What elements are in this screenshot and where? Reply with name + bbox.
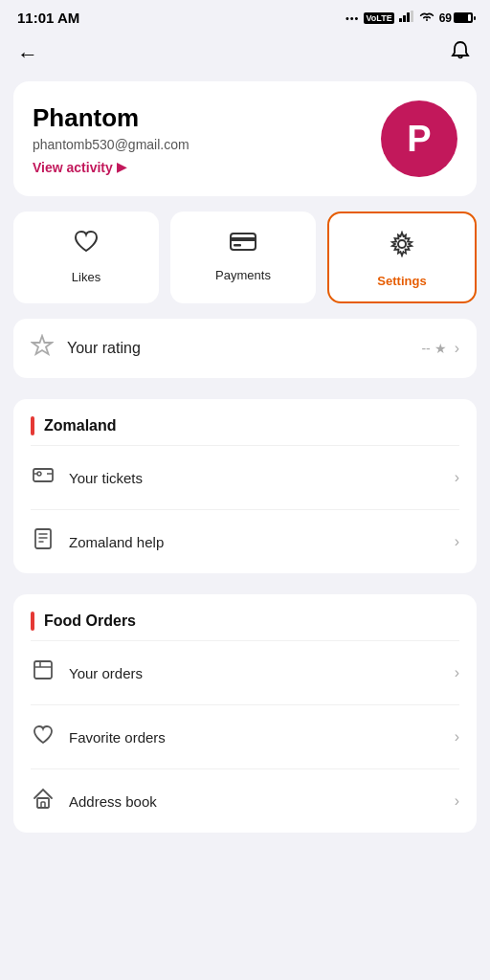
section-title-food-orders: Food Orders [44,612,136,630]
signal-dots-icon: ••• [345,12,360,24]
svg-rect-10 [35,529,51,548]
menu-label-favorite-orders: Favorite orders [69,729,166,746]
avatar: P [381,100,457,177]
wifi-icon [419,11,434,25]
menu-item-your-orders[interactable]: Your orders› [13,641,477,704]
section-header-food-orders: Food Orders [13,594,477,640]
svg-rect-13 [41,802,45,808]
menu-icon-zomaland-help [31,527,56,556]
menu-item-your-tickets[interactable]: Your tickets› [13,446,477,509]
svg-rect-12 [37,798,49,808]
rating-left: Your rating [31,334,141,363]
menu-item-zomaland-help[interactable]: Zomaland help› [13,510,477,573]
svg-rect-1 [403,15,406,22]
settings-label: Settings [377,274,426,288]
payments-label: Payments [215,268,271,282]
svg-rect-3 [411,11,413,22]
likes-label: Likes [72,270,100,284]
menu-icon-your-orders [31,658,56,687]
star-icon [31,334,54,363]
menu-chevron-address-book: › [455,792,459,810]
card-icon [229,229,257,258]
menu-icon-address-book [31,787,56,815]
menu-item-favorite-orders[interactable]: Favorite orders› [13,705,477,768]
back-button[interactable]: ← [17,44,38,65]
menu-label-zomaland-help: Zomaland help [69,534,164,550]
menu-label-address-book: Address book [69,793,157,810]
heart-icon [73,229,100,260]
svg-rect-2 [407,12,410,22]
signal-bars-icon [399,11,414,25]
rating-right: -- ★ › [421,340,459,357]
menu-label-your-orders: Your orders [69,665,143,681]
status-bar: 11:01 AM ••• VoLTE 69 [0,0,490,32]
section-card-zomaland: ZomalandYour tickets›Zomaland help› [13,399,477,573]
section-accent-bar [31,612,34,631]
svg-point-9 [37,472,41,476]
section-accent-bar [31,416,34,435]
rating-row[interactable]: Your rating -- ★ › [13,319,477,378]
quick-action-payments[interactable]: Payments [170,212,316,303]
gear-icon [389,231,415,264]
quick-action-likes[interactable]: Likes [13,212,159,303]
profile-name: Phantom [33,103,189,133]
menu-item-address-book[interactable]: Address book› [13,769,477,833]
menu-chevron-your-orders: › [455,664,459,681]
section-title-zomaland: Zomaland [44,417,117,434]
menu-item-left-address-book: Address book [31,787,157,815]
svg-rect-4 [231,234,256,250]
menu-item-left-zomaland-help: Zomaland help [31,527,164,556]
svg-point-7 [398,240,406,248]
svg-rect-6 [234,244,241,247]
rating-label: Your rating [67,340,141,357]
view-activity-link[interactable]: View activity ▶ [33,160,189,175]
svg-rect-0 [399,18,402,22]
profile-info: Phantom phantomb530@gmail.com View activ… [33,103,189,175]
rating-chevron-icon: › [455,340,459,357]
svg-rect-11 [34,661,52,679]
battery-icon: 69 [439,11,473,25]
menu-label-your-tickets: Your tickets [69,470,143,486]
status-icons: ••• VoLTE 69 [345,11,473,25]
bell-icon[interactable] [448,39,473,70]
quick-actions: Likes Payments Settings [13,212,477,303]
menu-chevron-your-tickets: › [455,469,459,486]
sections-container: ZomalandYour tickets›Zomaland help›Food … [0,399,490,833]
view-activity-arrow-icon: ▶ [117,160,126,174]
nav-bar: ← [0,32,490,81]
section-header-zomaland: Zomaland [13,399,477,445]
menu-chevron-zomaland-help: › [455,533,459,550]
menu-icon-your-tickets [31,463,56,492]
rating-value: -- ★ [421,341,446,356]
menu-icon-favorite-orders [31,723,56,751]
profile-email: phantomb530@gmail.com [33,137,189,152]
menu-item-left-your-tickets: Your tickets [31,463,143,492]
status-time: 11:01 AM [17,10,79,26]
menu-chevron-favorite-orders: › [455,728,459,746]
section-card-food-orders: Food OrdersYour orders›Favorite orders›A… [13,594,477,833]
profile-card: Phantom phantomb530@gmail.com View activ… [13,81,477,196]
menu-item-left-your-orders: Your orders [31,658,143,687]
svg-rect-8 [33,469,53,481]
menu-item-left-favorite-orders: Favorite orders [31,723,166,751]
quick-action-settings[interactable]: Settings [327,212,477,303]
svg-rect-5 [231,237,256,241]
volte-icon: VoLTE [364,12,393,24]
